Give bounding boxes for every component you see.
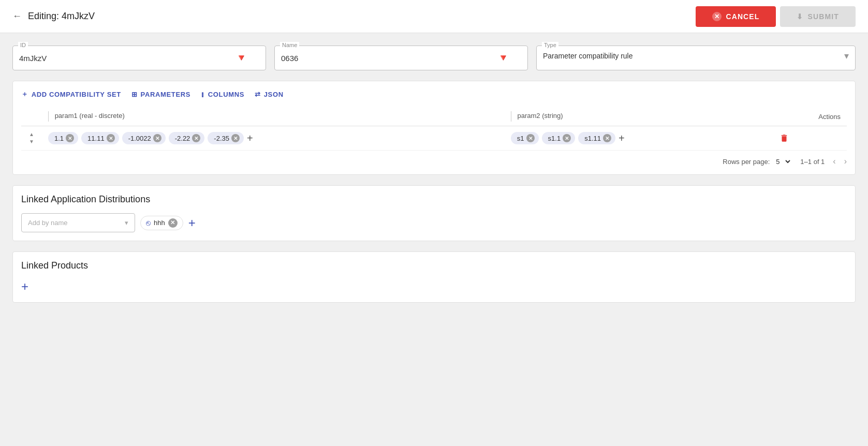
page-title: Editing: 4mJkzV <box>28 11 95 22</box>
back-button[interactable]: ← <box>12 11 22 22</box>
tag-s1-1: s1.1 ✕ <box>542 132 576 144</box>
cancel-x-icon: ✕ <box>712 12 722 21</box>
tag-neg-2-22-remove-button[interactable]: ✕ <box>192 134 200 142</box>
back-arrow-icon: ← <box>12 11 22 22</box>
add-param1-tag-button[interactable]: + <box>247 132 253 144</box>
tag-s1-1-label: s1.1 <box>548 135 561 142</box>
add-compatibility-set-label: ADD COMPATIBILITY SET <box>32 91 121 98</box>
next-page-button[interactable]: › <box>844 157 847 166</box>
tag-s1-11-remove-button[interactable]: ✕ <box>603 134 611 142</box>
tag-neg-2-22: -2.22 ✕ <box>169 132 205 144</box>
param1-cell: 1.1 ✕ 11.11 ✕ -1.0022 ✕ <box>42 126 505 151</box>
tag-neg-1-0022: -1.0022 ✕ <box>122 132 166 144</box>
type-dropdown-arrow-icon: ▾ <box>844 50 849 62</box>
add-linked-distribution-button[interactable]: + <box>188 216 196 230</box>
tag-neg-2-35: -2.35 ✕ <box>208 132 244 144</box>
param2-cell: s1 ✕ s1.1 ✕ s1.11 ✕ + <box>505 126 773 151</box>
add-linked-product-button[interactable]: + <box>21 279 28 294</box>
prev-page-button[interactable]: ‹ <box>833 157 835 166</box>
row-up-button[interactable]: ▲ <box>27 131 36 138</box>
actions-col-header: Actions <box>773 107 847 126</box>
reorder-col-header <box>21 107 42 126</box>
delete-row-button[interactable] <box>779 133 789 143</box>
linked-distributions-title: Linked Application Distributions <box>21 194 847 205</box>
type-field-group[interactable]: Type Parameter compatibility rule ▾ <box>536 46 856 70</box>
parameters-icon: ⊞ <box>131 91 138 98</box>
trash-icon <box>779 133 789 143</box>
add-by-name-placeholder: Add by name <box>28 219 68 227</box>
tag-1-1: 1.1 ✕ <box>48 132 78 144</box>
table-toolbar: ＋ ADD COMPATIBILITY SET ⊞ PARAMETERS ⫿ C… <box>21 90 847 99</box>
type-label: Type <box>542 42 558 48</box>
submit-download-icon: ⬇ <box>797 12 803 21</box>
add-by-name-dropdown[interactable]: Add by name ▾ <box>21 213 135 232</box>
name-icon: 🔻 <box>497 52 509 64</box>
linked-distributions-card: Linked Application Distributions Add by … <box>12 185 856 241</box>
param2-col-header: param2 (string) <box>505 107 773 126</box>
col-divider-2 <box>511 111 511 122</box>
param1-col-header: param1 (real - discrete) <box>42 107 505 126</box>
rows-per-page: Rows per page: 5 10 25 <box>723 157 792 166</box>
add-compatibility-set-button[interactable]: ＋ ADD COMPATIBILITY SET <box>21 90 121 99</box>
tag-1-1-remove-button[interactable]: ✕ <box>66 134 74 142</box>
tag-11-11: 11.11 ✕ <box>81 132 119 144</box>
header-left: ← Editing: 4mJkzV <box>12 11 95 22</box>
fields-row: ID 4mJkzV 🔻 Name 0636 🔻 Type Parameter c… <box>12 46 856 70</box>
row-reorder-controls: ▲ ▼ <box>21 126 42 151</box>
pagination-row: Rows per page: 5 10 25 1–1 of 1 ‹ › <box>21 157 847 166</box>
row-down-button[interactable]: ▼ <box>27 139 36 145</box>
col-divider <box>48 111 49 122</box>
rows-per-page-select[interactable]: 5 10 25 <box>774 157 792 166</box>
linked-products-title: Linked Products <box>21 260 847 271</box>
compatibility-table: param1 (real - discrete) param2 (string)… <box>21 107 847 151</box>
type-dropdown[interactable]: Parameter compatibility rule ▾ <box>543 50 849 62</box>
table-header-row: param1 (real - discrete) param2 (string)… <box>21 107 847 126</box>
hhh-chip-remove-button[interactable]: ✕ <box>168 218 178 228</box>
tag-11-11-remove-button[interactable]: ✕ <box>107 134 115 142</box>
tag-s1-remove-button[interactable]: ✕ <box>526 134 535 142</box>
header: ← Editing: 4mJkzV ✕ CANCEL ⬇ SUBMIT <box>0 0 868 33</box>
tag-neg-2-22-label: -2.22 <box>175 135 190 142</box>
columns-label: COLUMNS <box>208 91 244 98</box>
add-by-name-arrow-icon: ▾ <box>125 219 128 227</box>
add-param2-tag-button[interactable]: + <box>619 132 625 144</box>
table-row: ▲ ▼ 1.1 ✕ 11.11 ✕ <box>21 126 847 151</box>
param2-header-text: param2 (string) <box>517 112 563 120</box>
param2-tags: s1 ✕ s1.1 ✕ s1.11 ✕ + <box>511 132 767 144</box>
tag-neg-2-35-remove-button[interactable]: ✕ <box>231 134 240 142</box>
tag-neg-1-0022-remove-button[interactable]: ✕ <box>153 134 161 142</box>
tag-neg-2-35-label: -2.35 <box>214 135 229 142</box>
tag-1-1-label: 1.1 <box>54 135 64 142</box>
cancel-button[interactable]: ✕ CANCEL <box>696 6 776 27</box>
id-text: 4mJkzV <box>19 54 47 63</box>
chip-link-icon: ⎋ <box>146 218 151 227</box>
json-button[interactable]: ⇄ JSON <box>255 91 284 98</box>
linked-distributions-controls: Add by name ▾ ⎋ hhh ✕ + <box>21 213 847 232</box>
page-info: 1–1 of 1 <box>800 158 825 166</box>
json-label: JSON <box>264 91 284 98</box>
submit-button[interactable]: ⬇ SUBMIT <box>780 6 856 27</box>
compatibility-card: ＋ ADD COMPATIBILITY SET ⊞ PARAMETERS ⫿ C… <box>12 81 856 175</box>
cancel-label: CANCEL <box>726 12 759 21</box>
tag-11-11-label: 11.11 <box>87 135 105 142</box>
actions-cell <box>773 126 847 151</box>
tag-neg-1-0022-label: -1.0022 <box>128 135 151 142</box>
header-right: ✕ CANCEL ⬇ SUBMIT <box>696 6 856 27</box>
tag-s1-label: s1 <box>517 135 524 142</box>
columns-button[interactable]: ⫿ COLUMNS <box>201 91 244 98</box>
id-icon: 🔻 <box>236 52 247 64</box>
tag-s1-11-label: s1.11 <box>584 135 601 142</box>
plus-icon: ＋ <box>21 90 28 99</box>
id-label: ID <box>18 42 28 48</box>
tag-s1: s1 ✕ <box>511 132 539 144</box>
name-label: Name <box>280 42 299 48</box>
tag-s1-1-remove-button[interactable]: ✕ <box>563 134 571 142</box>
hhh-chip-label: hhh <box>154 219 165 227</box>
rows-per-page-label: Rows per page: <box>723 158 770 166</box>
id-field-group: ID 4mJkzV 🔻 <box>12 46 266 70</box>
name-field-group: Name 0636 🔻 <box>274 46 528 70</box>
param1-header-text: param1 (real - discrete) <box>55 112 125 120</box>
submit-label: SUBMIT <box>808 12 839 21</box>
name-text: 0636 <box>281 54 298 63</box>
parameters-button[interactable]: ⊞ PARAMETERS <box>131 91 190 98</box>
